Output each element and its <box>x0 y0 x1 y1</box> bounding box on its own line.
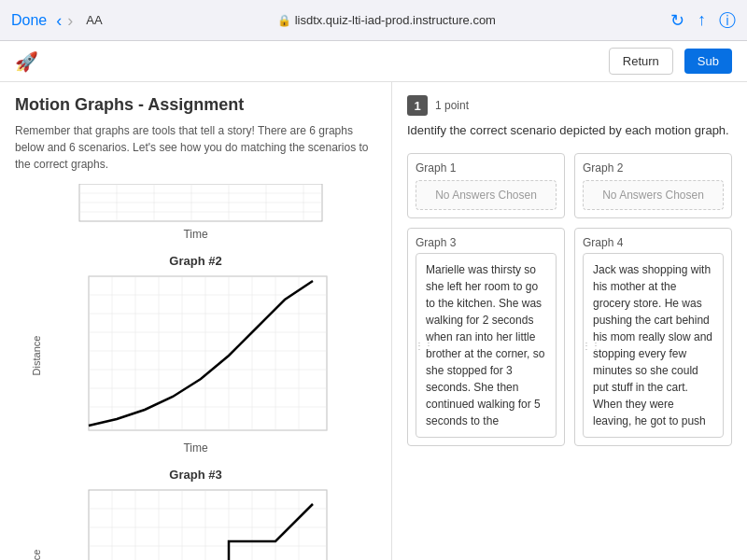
question-header: 1 1 point <box>407 95 732 116</box>
main-content: Motion Graphs - Assignment Remember that… <box>0 82 747 560</box>
scenarios-grid: Graph 3 ⋮⋮ Marielle was thirsty so she l… <box>407 228 732 446</box>
graph2-y-label: Distance <box>31 336 42 376</box>
drag-handle-3: ⋮⋮ <box>415 338 433 352</box>
graph2-card: Graph 2 No Answers Chosen <box>574 153 732 218</box>
info-button[interactable]: ⓘ <box>719 9 736 32</box>
back-button[interactable]: ‹ <box>56 12 62 29</box>
graph3-svg <box>61 485 331 560</box>
left-panel: Motion Graphs - Assignment Remember that… <box>0 82 392 560</box>
reload-button[interactable]: ↻ <box>670 10 684 31</box>
toolbar: 🚀 Return Sub <box>0 41 747 82</box>
scenario4-text: Jack was shopping with his mother at the… <box>593 263 712 427</box>
lock-icon: 🔒 <box>277 14 291 27</box>
scenario4-card[interactable]: ⋮⋮ Jack was shopping with his mother at … <box>583 253 724 438</box>
scenario3-card[interactable]: ⋮⋮ Marielle was thirsty so she left her … <box>416 253 557 438</box>
aa-button[interactable]: AA <box>86 13 102 27</box>
graph1-dropdown[interactable]: No Answers Chosen <box>416 180 557 210</box>
graph3-label: Graph #3 <box>15 468 376 482</box>
drag-handle-4: ⋮⋮ <box>582 338 600 352</box>
graph2-section: Graph #2 Distance <box>15 254 376 455</box>
graph2-x-label: Time <box>15 441 376 455</box>
graph-top-svg <box>61 184 331 226</box>
return-button[interactable]: Return <box>609 48 673 75</box>
graph3-scenario-title: Graph 3 <box>416 236 557 249</box>
graph2-card-title: Graph 2 <box>583 161 724 175</box>
url-text: lisdtx.quiz-lti-iad-prod.instructure.com <box>295 13 496 27</box>
page-title: Motion Graphs - Assignment <box>15 95 376 115</box>
graph4-scenario-title: Graph 4 <box>583 236 724 249</box>
instructions: Remember that graphs are tools that tell… <box>15 122 376 173</box>
graph-top-partial: Time <box>15 184 376 241</box>
right-panel: 1 1 point Identify the correct scenario … <box>392 82 747 560</box>
submit-button[interactable]: Sub <box>684 49 732 74</box>
graph3-scenario-card: Graph 3 ⋮⋮ Marielle was thirsty so she l… <box>407 228 565 446</box>
graph3-section: Graph #3 Distance <box>15 468 376 560</box>
question-number: 1 <box>407 95 428 116</box>
question-points: 1 point <box>435 99 469 112</box>
share-button[interactable]: ↑ <box>698 10 706 30</box>
done-button[interactable]: Done <box>11 12 47 29</box>
rocket-icon: 🚀 <box>15 50 38 73</box>
graph4-scenario-card: Graph 4 ⋮⋮ Jack was shopping with his mo… <box>574 228 732 446</box>
url-bar[interactable]: 🔒 lisdtx.quiz-lti-iad-prod.instructure.c… <box>112 13 661 27</box>
browser-bar: Done ‹ › AA 🔒 lisdtx.quiz-lti-iad-prod.i… <box>0 0 747 41</box>
graph-top-x-label: Time <box>15 228 376 241</box>
graph1-card-title: Graph 1 <box>416 161 557 175</box>
scenario3-text: Marielle was thirsty so she left her roo… <box>426 263 544 427</box>
graph1-card: Graph 1 No Answers Chosen <box>407 153 565 218</box>
graph3-y-label: Distance <box>31 550 42 560</box>
graph2-label: Graph #2 <box>15 254 376 268</box>
graph-dropdowns-grid: Graph 1 No Answers Chosen Graph 2 No Ans… <box>407 153 732 218</box>
browser-actions: ↻ ↑ ⓘ <box>670 9 736 32</box>
graph2-dropdown[interactable]: No Answers Chosen <box>583 180 724 210</box>
question-prompt: Identify the correct scenario depicted b… <box>407 121 732 140</box>
forward-button[interactable]: › <box>67 12 73 29</box>
browser-nav: ‹ › <box>56 12 73 29</box>
graph2-svg <box>61 272 331 440</box>
